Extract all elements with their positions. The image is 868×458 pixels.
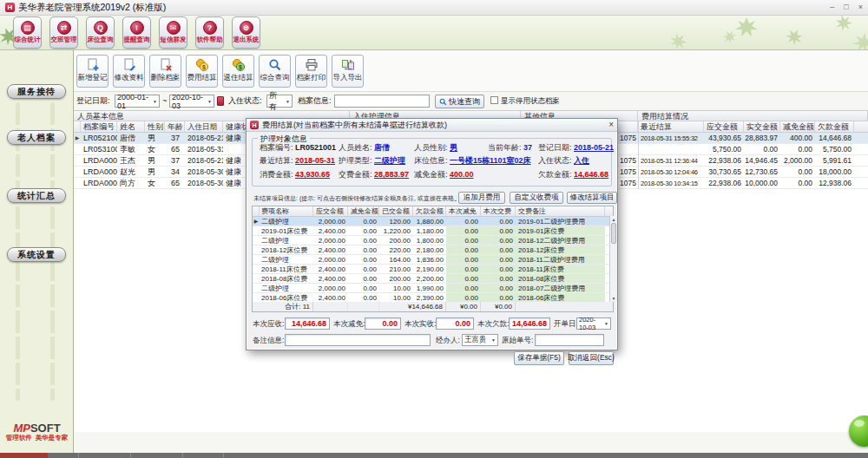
save-button[interactable]: 保存单据(F5) (514, 351, 564, 365)
column-header[interactable]: 欠款金额 (815, 121, 854, 132)
checkout-settlement-button[interactable]: $ 退住结算 (222, 55, 254, 88)
toolbar-button-reminder[interactable]: !提醒查询 (122, 16, 151, 49)
column-header[interactable]: 欠款金额 (413, 206, 446, 216)
column-header[interactable]: 费项名称 (260, 206, 313, 216)
scroll-up-icon[interactable]: ▲ (610, 217, 617, 222)
dialog-close-icon[interactable]: × (608, 121, 614, 129)
date-from-select[interactable]: 2000-01-01▼ (115, 95, 160, 108)
field-value-link[interactable]: 2018-05-21 (574, 143, 614, 152)
table-cell: 12,938.06 (815, 178, 854, 188)
toolbar-button-exit[interactable]: ⊗退出系统 (232, 16, 260, 49)
column-header[interactable]: 姓名 (117, 121, 145, 132)
status-select[interactable]: 所有▼ (266, 95, 293, 108)
date-from-value: 2000-01-01 (117, 93, 151, 110)
column-header[interactable]: 应交金额 (704, 121, 744, 132)
show-disabled-checkbox[interactable] (490, 96, 498, 104)
table-row[interactable]: 2018-05-30 10:34:1522,938.0610,000.000.0… (639, 178, 868, 189)
column-header[interactable]: 交费备注 (516, 206, 605, 216)
table-row[interactable]: 2018-05-31 15:55:3243,930.6528,883.97400… (639, 133, 868, 144)
table-row[interactable]: 二级护理2,000.000.00200.001,800.000.000.0020… (253, 236, 613, 245)
close-icon[interactable]: × (858, 3, 863, 11)
original-number-input[interactable] (535, 334, 604, 346)
print-button[interactable]: 档案打印 (295, 55, 327, 88)
field-value-link[interactable]: 400.00 (450, 170, 474, 179)
field-label: 备注信息: (253, 336, 284, 346)
table-row[interactable]: 二级护理2,000.000.0010.001,990.000.000.00201… (253, 284, 613, 293)
toolbar-button-bed-query[interactable]: Q床位查询 (86, 16, 115, 49)
field-value-link[interactable]: 二级护理 (374, 156, 405, 165)
add-monthly-fee-button[interactable]: 追加月费用 (458, 192, 505, 204)
minimize-icon[interactable]: ‒ (830, 3, 834, 11)
field-value-link[interactable]: 2018-05-31 (295, 156, 335, 165)
received-field[interactable]: 0.00 (436, 317, 474, 330)
sidebar-item-settings[interactable]: 系统设置 (7, 247, 66, 262)
payment-row: 本次应收: 14,646.68 本次减免: 0.00 本次实收: 0.00 本次… (247, 317, 617, 330)
receivable-field[interactable]: 14,646.68 (285, 317, 330, 330)
sidebar-item-statistics[interactable]: 统计汇总 (7, 188, 66, 203)
cancel-button[interactable]: 取消返回(Esc) (569, 351, 614, 365)
date-to-select[interactable]: 2020-10-03▼ (169, 95, 214, 108)
table-row[interactable]: ▶二级护理2,000.000.00120.001,880.000.000.002… (253, 217, 613, 226)
restore-icon[interactable]: □ (844, 3, 848, 11)
toolbar-button-shift[interactable]: ⇄交班管理 (49, 16, 78, 49)
sidebar-item-service[interactable]: 服务接待 (7, 84, 66, 99)
table-row[interactable]: 2018-12床位费2,400.000.00220.002,180.000.00… (253, 245, 613, 255)
table-row[interactable]: 二级护理2,000.000.00164.001,836.000.000.0020… (253, 255, 613, 265)
column-header[interactable]: 年龄 (165, 121, 185, 132)
table-cell: 0.00 (780, 144, 815, 154)
column-header[interactable]: 最近结算 (639, 121, 704, 132)
table-row[interactable]: 5,750.000.000.005,750.00 (639, 144, 868, 155)
comprehensive-query-button[interactable]: 综合查询 (259, 55, 291, 88)
toolbar-button-help[interactable]: ?软件帮助 (195, 16, 224, 49)
column-header[interactable]: 档案编号 (81, 121, 117, 132)
field-label: 本次减免: (333, 319, 365, 330)
remark-input[interactable] (285, 334, 431, 346)
table-row[interactable]: 2018-05-30 12:04:4630,730.6512,730.650.0… (639, 167, 868, 178)
toolbar-button-stats[interactable]: ▤综合统计 (13, 16, 42, 49)
fee-settlement-button[interactable]: $ 费用结算 (186, 55, 218, 88)
table-row[interactable]: 2018-08床位费2,400.000.00200.002,200.000.00… (253, 274, 613, 284)
scroll-down-icon[interactable]: ▼ (610, 296, 617, 301)
column-header[interactable]: 实交金额 (744, 121, 780, 132)
table-row[interactable]: 2018-11床位费2,400.000.00210.002,190.000.00… (253, 265, 613, 274)
search-input[interactable] (334, 95, 430, 108)
owed-field[interactable]: 14,646.68 (509, 317, 550, 330)
row-selector (253, 274, 260, 283)
field-value-link[interactable]: 43,930.65 (295, 170, 330, 179)
table-cell: 二级护理 (260, 284, 313, 292)
delete-record-button[interactable]: 删除档案 (149, 55, 181, 88)
table-cell: 2018-06床位费 (260, 293, 313, 302)
items-vertical-scrollbar[interactable]: ▲ ▼ (609, 216, 617, 302)
column-header[interactable]: 入住日期 (185, 121, 223, 132)
dialog-title-bar[interactable]: H 费用结算(对当前档案中所有未结清单据进行结算收款) × (247, 119, 617, 132)
field-value-link[interactable]: 28,883.97 (374, 170, 409, 179)
sidebar-item-archives[interactable]: 老人档案 (7, 130, 66, 145)
column-header[interactable]: 减免金额 (780, 121, 815, 132)
operator-select[interactable]: 王富贵▼ (462, 334, 498, 346)
import-export-button[interactable]: 导入导出 (332, 55, 364, 88)
add-record-button[interactable]: 新增登记 (76, 55, 108, 88)
column-header[interactable]: 本次减免 (446, 206, 481, 216)
table-row[interactable]: 2018-05-31 12:36:4422,938.0614,946.452,0… (639, 155, 868, 167)
column-header[interactable]: 应交金额 (313, 206, 348, 216)
toolbar-button-sms[interactable]: ✉短信群发 (159, 16, 187, 49)
quick-search-button[interactable]: 快速查询 (435, 95, 484, 108)
column-header[interactable]: 减免金额 (348, 206, 379, 216)
calendar-flag-icon[interactable] (217, 96, 224, 106)
edit-settlement-item-button[interactable]: 修改结算项目 (567, 192, 617, 204)
field-value-link[interactable]: 一号楼15栋1101室02床 (450, 156, 531, 165)
table-cell: 0.00 (446, 284, 481, 292)
column-header[interactable]: 本次交费 (481, 206, 516, 216)
field-value-link[interactable]: 入住 (574, 156, 589, 165)
reduce-field[interactable]: 0.00 (365, 317, 401, 330)
bill-date-select[interactable]: 2020-10-03▼ (576, 317, 611, 330)
edit-record-button[interactable]: 修改资料 (113, 55, 145, 88)
field-value-link[interactable]: 14,646.68 (574, 170, 608, 179)
column-header[interactable]: 已交金额 (379, 206, 413, 216)
toolbar-button-label: 提醒查询 (124, 36, 150, 44)
scrollbar-thumb[interactable] (611, 223, 616, 244)
custom-fee-button[interactable]: 自定义收费项 (510, 192, 563, 204)
column-header[interactable]: 性别 (145, 121, 165, 132)
sms-icon: ✉ (167, 21, 181, 35)
table-row[interactable]: 2019-01床位费2,400.000.001,220.001,180.000.… (253, 226, 613, 236)
